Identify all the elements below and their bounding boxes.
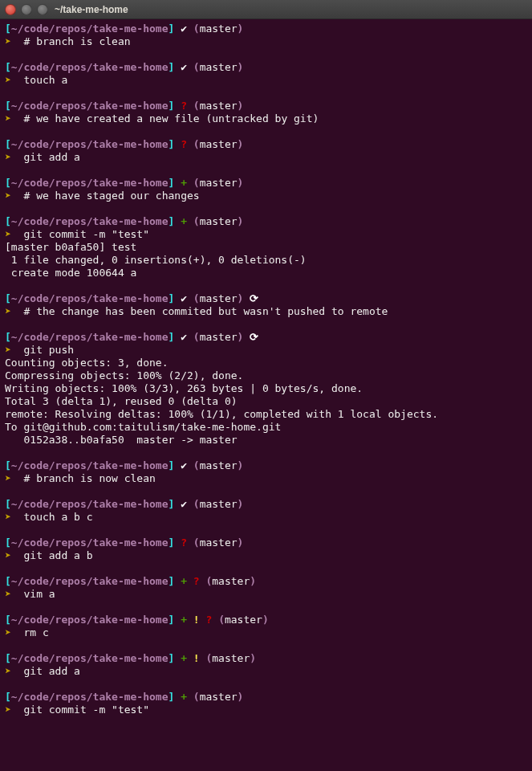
command-text: # we have staged our changes xyxy=(23,190,199,202)
git-status-question-icon: ? xyxy=(181,100,193,112)
command-line: ➤ git add a xyxy=(5,665,527,678)
git-status-plus-icon: + xyxy=(181,652,193,664)
prompt-line: [~/code/repos/take-me-home] ? (master) xyxy=(5,138,527,151)
prompt-line: [~/code/repos/take-me-home] + (master) xyxy=(5,177,527,190)
prompt-arrow-icon: ➤ xyxy=(5,305,23,317)
paren-close-icon: ) xyxy=(238,22,244,35)
output-line: 1 file changed, 0 insertions(+), 0 delet… xyxy=(5,254,527,267)
bracket-open-icon: [ xyxy=(5,652,11,664)
bracket-open-icon: [ xyxy=(5,100,11,112)
paren-close-icon: ) xyxy=(238,61,244,73)
prompt-arrow-icon: ➤ xyxy=(5,228,23,240)
paren-close-icon: ) xyxy=(250,652,256,664)
command-line: ➤ vim a xyxy=(5,588,527,601)
prompt-arrow-icon: ➤ xyxy=(5,665,23,677)
window-titlebar: ~/take-me-home xyxy=(0,0,532,19)
paren-open-icon: ( xyxy=(193,691,200,703)
blank-line xyxy=(5,485,527,498)
command-line: ➤ git add a b xyxy=(5,549,527,562)
maximize-icon[interactable] xyxy=(37,4,48,15)
window-buttons xyxy=(5,4,48,15)
output-text: create mode 100644 a xyxy=(5,267,136,279)
prompt-line: [~/code/repos/take-me-home] ✔ (master) xyxy=(5,22,527,35)
git-status-check-icon: ✔ xyxy=(181,459,193,471)
git-branch: master xyxy=(212,575,250,587)
cwd-path: ~/code/repos/take-me-home xyxy=(11,536,169,549)
bracket-open-icon: [ xyxy=(5,292,11,304)
command-text: git add a xyxy=(23,665,79,677)
output-text: [master b0afa50] test xyxy=(5,241,136,253)
output-text: Compressing objects: 100% (2/2), done. xyxy=(5,369,243,381)
paren-close-icon: ) xyxy=(238,498,244,510)
blank-line xyxy=(5,601,527,614)
bracket-close-icon: ] xyxy=(169,61,181,73)
paren-open-icon: ( xyxy=(193,100,200,112)
window-title: ~/take-me-home xyxy=(55,4,128,15)
bracket-open-icon: [ xyxy=(5,138,11,150)
bracket-open-icon: [ xyxy=(5,614,11,626)
command-text: vim a xyxy=(23,588,55,600)
bracket-close-icon: ] xyxy=(169,614,181,626)
paren-close-icon: ) xyxy=(238,100,244,112)
prompt-line: [~/code/repos/take-me-home] + ! (master) xyxy=(5,652,527,665)
git-extra-cycle-icon: ⟳ xyxy=(250,331,258,343)
git-status-bang-icon: ! xyxy=(193,652,206,664)
git-branch: master xyxy=(200,498,238,510)
output-line: create mode 100644 a xyxy=(5,267,527,279)
output-line: 0152a38..b0afa50 master -> master xyxy=(5,434,527,447)
paren-close-icon: ) xyxy=(238,536,244,549)
paren-open-icon: ( xyxy=(193,498,200,510)
git-branch: master xyxy=(200,292,238,304)
cwd-path: ~/code/repos/take-me-home xyxy=(11,292,169,304)
bracket-open-icon: [ xyxy=(5,177,11,189)
git-status-plus-icon: + xyxy=(181,614,193,626)
bracket-open-icon: [ xyxy=(5,22,11,35)
cwd-path: ~/code/repos/take-me-home xyxy=(11,100,169,112)
git-branch: master xyxy=(200,331,238,343)
paren-open-icon: ( xyxy=(193,61,200,73)
minimize-icon[interactable] xyxy=(21,4,32,15)
terminal-output[interactable]: [~/code/repos/take-me-home] ✔ (master)➤ … xyxy=(0,19,532,720)
command-line: ➤ git commit -m "test" xyxy=(5,228,527,241)
git-branch: master xyxy=(200,61,238,73)
paren-close-icon: ) xyxy=(262,614,269,626)
paren-open-icon: ( xyxy=(193,536,200,549)
git-branch: master xyxy=(200,177,238,189)
command-text: # we have created a new file (untracked … xyxy=(23,112,319,124)
cwd-path: ~/code/repos/take-me-home xyxy=(11,61,169,73)
paren-close-icon: ) xyxy=(250,575,256,587)
cwd-path: ~/code/repos/take-me-home xyxy=(11,498,169,510)
command-line: ➤ touch a xyxy=(5,74,527,87)
command-text: # branch is now clean xyxy=(23,472,155,484)
cwd-path: ~/code/repos/take-me-home xyxy=(11,22,169,35)
prompt-line: [~/code/repos/take-me-home] + ! ? (maste… xyxy=(5,614,527,626)
prompt-line: [~/code/repos/take-me-home] ✔ (master) ⟳ xyxy=(5,331,527,344)
blank-line xyxy=(5,202,527,215)
blank-line xyxy=(5,639,527,652)
prompt-arrow-icon: ➤ xyxy=(5,35,23,47)
bracket-close-icon: ] xyxy=(169,331,181,343)
cwd-path: ~/code/repos/take-me-home xyxy=(11,691,169,703)
bracket-close-icon: ] xyxy=(169,215,181,227)
git-branch: master xyxy=(212,652,250,664)
prompt-line: [~/code/repos/take-me-home] ✔ (master) xyxy=(5,498,527,511)
paren-open-icon: ( xyxy=(193,177,200,189)
output-text: Total 3 (delta 1), reused 0 (delta 0) xyxy=(5,395,238,407)
command-text: # the change has been commited but wasn'… xyxy=(23,305,388,317)
close-icon[interactable] xyxy=(5,4,16,15)
prompt-arrow-icon: ➤ xyxy=(5,626,23,638)
prompt-arrow-icon: ➤ xyxy=(5,190,23,202)
command-text: touch a xyxy=(23,74,67,86)
prompt-arrow-icon: ➤ xyxy=(5,704,23,716)
prompt-line: [~/code/repos/take-me-home] ✔ (master) xyxy=(5,61,527,74)
output-text: Writing objects: 100% (3/3), 263 bytes |… xyxy=(5,382,363,394)
git-status-check-icon: ✔ xyxy=(181,61,193,73)
blank-line xyxy=(5,524,527,536)
git-branch: master xyxy=(200,138,238,150)
command-text: rm c xyxy=(23,626,48,638)
bracket-close-icon: ] xyxy=(169,575,181,587)
command-text: git commit -m "test" xyxy=(23,704,149,716)
git-status-check-icon: ✔ xyxy=(181,292,193,304)
output-line: Writing objects: 100% (3/3), 263 bytes |… xyxy=(5,382,527,395)
bracket-open-icon: [ xyxy=(5,536,11,549)
